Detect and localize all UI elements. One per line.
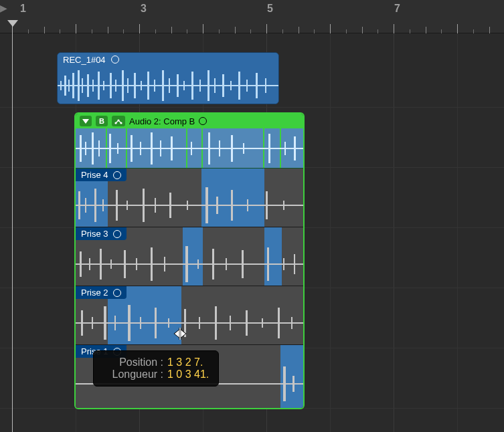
svg-rect-16 <box>141 81 142 90</box>
waveform <box>76 128 303 169</box>
svg-rect-40 <box>98 140 100 156</box>
playhead[interactable] <box>12 25 13 432</box>
svg-rect-19 <box>162 70 164 101</box>
svg-rect-79 <box>136 258 137 270</box>
svg-rect-94 <box>114 316 116 330</box>
svg-rect-13 <box>122 70 124 101</box>
svg-rect-66 <box>187 201 188 210</box>
svg-rect-32 <box>265 78 266 93</box>
svg-rect-53 <box>268 134 270 163</box>
svg-rect-101 <box>215 306 217 340</box>
svg-rect-20 <box>169 78 170 93</box>
take-label[interactable]: Prise 4 <box>76 169 127 181</box>
svg-rect-71 <box>266 191 268 219</box>
tooltip-position-value: 1 3 2 7. <box>167 356 203 368</box>
loop-icon <box>113 289 121 297</box>
svg-rect-9 <box>98 72 100 100</box>
play-chevron-icon: ▶ <box>0 3 7 13</box>
svg-rect-92 <box>92 317 93 329</box>
svg-rect-1 <box>60 81 62 90</box>
svg-rect-54 <box>284 142 286 155</box>
audio-region-rec1[interactable]: REC_1#04 <box>57 52 279 104</box>
svg-rect-30 <box>246 80 248 92</box>
svg-rect-37 <box>80 135 82 162</box>
svg-rect-29 <box>238 72 240 100</box>
loop-icon <box>113 230 121 238</box>
svg-rect-106 <box>291 317 292 329</box>
svg-rect-67 <box>205 187 208 223</box>
waveform <box>76 301 303 345</box>
svg-rect-65 <box>169 193 171 218</box>
svg-rect-78 <box>124 250 126 278</box>
svg-rect-15 <box>134 73 136 98</box>
svg-rect-88 <box>283 258 284 270</box>
tooltip-length-label: Longueur : <box>103 368 163 381</box>
svg-rect-91 <box>81 310 83 336</box>
svg-rect-46 <box>160 140 161 156</box>
svg-rect-109 <box>292 376 295 392</box>
svg-rect-6 <box>82 78 83 93</box>
quick-swipe-button[interactable] <box>112 116 125 126</box>
svg-rect-59 <box>94 189 96 222</box>
svg-rect-77 <box>110 259 112 269</box>
svg-rect-68 <box>216 197 218 214</box>
svg-rect-51 <box>231 135 233 162</box>
waveform <box>58 66 278 104</box>
svg-rect-64 <box>155 198 156 213</box>
svg-rect-0 <box>58 85 278 86</box>
take-name: Prise 3 <box>81 229 108 239</box>
svg-rect-38 <box>85 142 86 155</box>
svg-rect-95 <box>128 305 131 341</box>
waveform <box>76 242 303 286</box>
chevron-down-icon <box>82 119 89 124</box>
svg-rect-98 <box>168 318 169 328</box>
svg-rect-81 <box>164 257 165 272</box>
take-folder-header[interactable]: B Audio 2: Comp B <box>76 114 303 128</box>
swipe-icon <box>114 117 123 125</box>
svg-rect-2 <box>64 76 66 96</box>
comp-preview-row[interactable] <box>76 128 303 169</box>
ruler-ticks <box>0 20 504 33</box>
svg-rect-10 <box>103 81 104 90</box>
disclosure-button[interactable] <box>80 116 92 126</box>
svg-rect-102 <box>230 316 231 330</box>
svg-rect-55 <box>294 136 296 160</box>
svg-rect-103 <box>246 310 248 336</box>
comp-letter-button[interactable]: B <box>96 116 108 126</box>
region-name: REC_1#04 <box>63 55 106 65</box>
timeline-ruler[interactable]: ▶ 1 3 5 7 <box>0 0 504 33</box>
svg-rect-21 <box>177 74 179 97</box>
svg-rect-28 <box>230 81 232 90</box>
svg-rect-97 <box>155 308 157 338</box>
ruler-number: 7 <box>394 3 400 15</box>
svg-rect-93 <box>104 306 106 340</box>
svg-rect-7 <box>87 74 89 97</box>
ruler-number: 5 <box>267 3 273 15</box>
take-label[interactable]: Prise 3 <box>76 227 127 240</box>
position-tooltip: Position : 1 3 2 7. Longueur : 1 0 3 41. <box>93 350 219 387</box>
take-row[interactable]: Prise 4 <box>76 169 303 227</box>
svg-rect-56 <box>76 205 303 206</box>
loop-icon <box>113 171 121 179</box>
ruler-number: 1 <box>20 3 26 15</box>
svg-rect-89 <box>294 254 295 274</box>
take-folder-title: Audio 2: Comp B <box>129 116 195 126</box>
svg-rect-57 <box>78 191 80 219</box>
svg-rect-104 <box>262 318 263 328</box>
svg-rect-90 <box>76 322 303 324</box>
svg-rect-52 <box>243 143 244 154</box>
svg-rect-3 <box>68 80 70 92</box>
take-label[interactable]: Prise 2 <box>76 286 127 299</box>
loop-icon <box>111 56 119 64</box>
take-row[interactable]: Prise 3 <box>76 227 303 286</box>
take-row[interactable]: Prise 2 <box>76 286 303 345</box>
svg-rect-80 <box>151 247 153 281</box>
svg-rect-23 <box>191 72 193 100</box>
svg-rect-61 <box>116 190 118 221</box>
take-name: Prise 4 <box>81 170 108 180</box>
svg-rect-31 <box>256 73 258 98</box>
svg-rect-24 <box>199 80 201 92</box>
svg-rect-70 <box>247 199 248 211</box>
svg-rect-44 <box>140 142 141 155</box>
svg-rect-84 <box>212 249 214 280</box>
